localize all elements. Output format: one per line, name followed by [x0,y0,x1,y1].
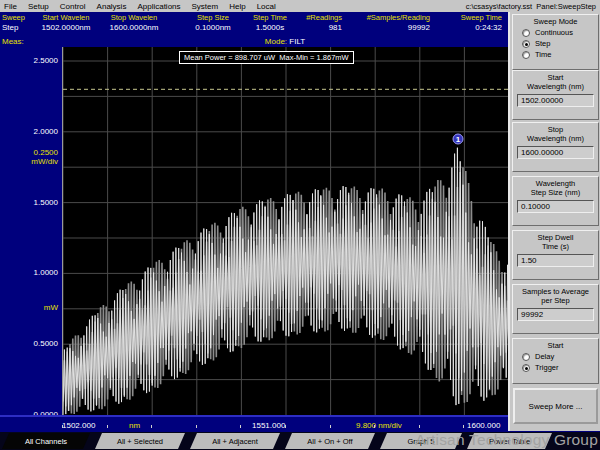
start-trigger-radio[interactable]: Trigger [513,361,598,372]
sweep-readout-header: SweepStepStart Wavelen1502.0000nmStop Wa… [2,13,508,33]
start-wavelength-label: Start Wavelength (nm) [513,71,598,91]
samples-group: Samples to Average per Step 99992 [512,284,599,334]
sweep-settings-panel: Sweep Mode ContinuousStepTime Start Wave… [508,12,600,431]
readout-stop-wavelen: Stop Wavelen1600.0000nm [100,13,168,33]
x-tick-mark [374,425,375,428]
start-wavelength-input[interactable]: 1502.00000 [517,94,594,107]
sweep-more-button[interactable]: Sweep More ... [513,388,598,424]
radio-label: Continuous [535,28,573,37]
x-unit-label: nm [129,421,140,430]
stop-wavelength-group: Stop Wavelength (nm) 1600.00000 [512,122,599,172]
radio-icon [522,29,530,37]
mode-line: Mode: FILT [62,37,508,46]
readout-samples-reading: #Samples/Reading99992 [342,13,430,33]
readout-label: Step Time [242,13,298,23]
y-tick-1.5000: 1.5000 [0,198,58,207]
tab-all-on-off[interactable]: All + On + Off [285,433,375,449]
y-tick-1.0000: 1.0000 [0,268,58,277]
step-size-input[interactable]: 0.10000 [517,200,594,213]
menu-item-analysis[interactable]: Analysis [97,2,127,11]
dwell-time-label: Step Dwell Time (s) [513,231,598,251]
stop-wavelength-input[interactable]: 1600.00000 [517,146,594,159]
svg-text:1: 1 [456,135,461,144]
start-trigger-title: Start [513,339,598,350]
y-unit-label: mW [0,303,58,312]
app-window: FileSetupControlAnalysisApplicationsSyst… [0,0,600,450]
readout-label: #Samples/Reading [342,13,430,23]
sweep-mode-title: Sweep Mode [513,15,598,26]
x-tick-mark [419,425,420,428]
readout-label: Stop Wavelen [100,13,168,23]
readout-step-time: Step Time1.5000s [242,13,298,33]
radio-icon [522,40,530,48]
start-wavelength-group: Start Wavelength (nm) 1502.00000 [512,70,599,120]
start-delay-radio[interactable]: Delay [513,350,598,361]
x-div-label: 9.800 nm/div [356,421,402,430]
radio-label: Delay [535,352,554,361]
tab-all-channels[interactable]: All Channels [2,433,90,449]
y-tick-2.0000: 2.0000 [0,127,58,136]
readout-value: 0.1000nm [184,23,242,33]
menu-item-system[interactable]: System [192,2,219,11]
x-tick-mark [285,425,286,428]
sweep-mode-continuous-radio[interactable]: Continuous [513,26,598,37]
y-tick-2.5000: 2.5000 [0,56,58,65]
mean-power-annotation: Mean Power = 898.707 uW Max-Min = 1.867m… [179,51,354,64]
y-axis-labels: 0.2500 mW/div mW 2.50002.00001.50001.000… [0,0,58,450]
readout-readings: #Readings981 [298,13,342,33]
readout-step-size: Step Size0.1000nm [184,13,242,33]
stop-wavelength-label: Stop Wavelength (nm) [513,123,598,143]
menu-item-help[interactable]: Help [229,2,245,11]
spectrum-plot[interactable]: 1 Mean Power = 898.707 uW Max-Min = 1.86… [62,47,508,415]
radio-label: Step [535,39,550,48]
readout-value: 0:24:32 [430,23,502,33]
x-tick-right: 1600.000 [467,421,500,430]
readout-value: 981 [298,23,342,33]
sweep-mode-step-radio[interactable]: Step [513,37,598,48]
x-tick-left: 1502.000 [62,421,95,430]
mode-value: FILT [289,37,305,46]
radio-icon [522,353,530,361]
mode-label: Mode: [265,37,287,46]
tab-all-selected[interactable]: All + Selected [95,433,185,449]
x-tick-mark [240,425,241,428]
menu-item-applications[interactable]: Applications [137,2,180,11]
y-div-label: 0.2500 mW/div [0,148,58,166]
menu-bar: FileSetupControlAnalysisApplicationsSyst… [0,0,600,12]
x-tick-center: 1551.000 [252,421,285,430]
tab-all-adjacent[interactable]: All + Adjacent [190,433,280,449]
radio-icon [522,51,530,59]
menu-item-control[interactable]: Control [60,2,86,11]
trace-canvas: 1 [63,47,509,415]
readout-label: Sweep Time [430,13,502,23]
radio-label: Time [535,50,551,59]
dwell-time-input[interactable]: 1.50 [517,254,594,267]
samples-input[interactable]: 99992 [517,308,594,321]
sweep-mode-group: Sweep Mode ContinuousStepTime [512,14,599,70]
radio-icon [522,364,530,372]
readout-value: 99992 [342,23,430,33]
radio-label: Trigger [535,363,558,372]
readout-value: 1600.0000nm [100,23,168,33]
dwell-time-group: Step Dwell Time (s) 1.50 [512,230,599,280]
readout-spacer [168,13,184,33]
readout-label: #Readings [298,13,342,23]
start-trigger-group: Start DelayTrigger [512,338,599,384]
x-tick-mark [62,425,63,428]
x-tick-mark [330,425,331,428]
sweep-mode-time-radio[interactable]: Time [513,48,598,59]
x-axis-strip: 1502.000 nm 1551.000 9.800 nm/div 1600.0… [0,415,508,432]
step-size-group: Wavelength Step Size (nm) 0.10000 [512,176,599,226]
x-tick-mark [107,425,108,428]
samples-label: Samples to Average per Step [513,285,598,305]
watermark-text: Artisan Technology Group [415,431,598,449]
x-tick-mark [151,425,152,428]
readout-sweep-time: Sweep Time0:24:32 [430,13,502,33]
menu-item-local[interactable]: Local [257,2,276,11]
step-size-label: Wavelength Step Size (nm) [513,177,598,197]
x-tick-mark [196,425,197,428]
readout-value: 1.5000s [242,23,298,33]
readout-label: Step Size [184,13,242,23]
y-tick-0.5000: 0.5000 [0,339,58,348]
config-path-label: c:\csasys\factory.sst Panel:SweepStep [466,2,596,11]
